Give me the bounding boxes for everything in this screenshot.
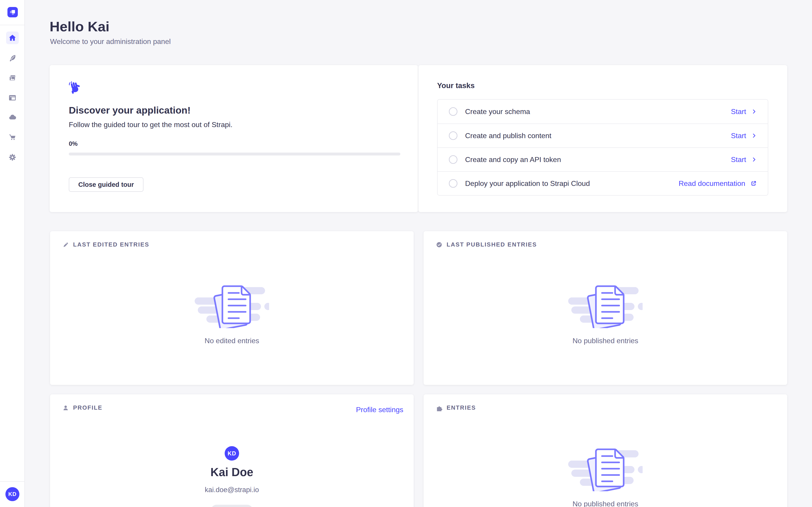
progress-bar <box>69 153 400 156</box>
strapi-admin-homepage: KD Hello Kai Welcome to your administrat… <box>0 0 812 507</box>
progress-percentage: 0% <box>69 140 78 147</box>
guided-tour-card: Discover your application! Follow the gu… <box>50 65 418 212</box>
task-start-link[interactable]: Start <box>731 108 757 116</box>
chevron-right-icon <box>751 109 757 114</box>
task-action-label: Start <box>731 108 746 116</box>
sidebar-item-content-manager[interactable] <box>6 52 19 64</box>
last-published-entries-card: LAST PUBLISHED ENTRIES No published entr… <box>423 231 787 385</box>
page-subtitle: Welcome to your administration panel <box>50 38 171 46</box>
task-status-circle <box>449 131 457 140</box>
task-start-link[interactable]: Start <box>731 131 757 140</box>
pencil-icon <box>62 241 69 248</box>
task-label: Deploy your application to Strapi Cloud <box>465 179 590 188</box>
widget-header-label: LAST PUBLISHED ENTRIES <box>447 241 537 248</box>
empty-documents-illustration <box>195 283 269 328</box>
widget-header: PROFILE <box>62 404 102 411</box>
task-action-label: Start <box>731 156 746 164</box>
feather-content-icon <box>8 54 16 62</box>
chevron-right-icon <box>751 133 757 138</box>
read-documentation-link[interactable]: Read documentation <box>679 179 757 188</box>
task-row-api-token: Create and copy an API token Start <box>438 147 768 171</box>
profile-avatar: KD <box>225 446 239 461</box>
your-tasks-card: Your tasks Create your schema Start Crea… <box>418 65 787 212</box>
sidebar-user-avatar[interactable]: KD <box>5 487 19 501</box>
home-icon <box>8 34 16 42</box>
sidebar-item-settings[interactable] <box>6 151 19 164</box>
marketplace-cart-icon <box>8 133 16 141</box>
empty-documents-illustration <box>568 283 643 328</box>
settings-gear-icon <box>8 153 16 161</box>
task-row-deploy-cloud: Deploy your application to Strapi Cloud … <box>438 171 768 195</box>
empty-state-text: No published entries <box>423 337 787 345</box>
task-label: Create and publish content <box>465 131 551 140</box>
check-circle-icon <box>436 241 443 248</box>
profile-settings-link[interactable]: Profile settings <box>356 406 403 414</box>
widget-header: LAST EDITED ENTRIES <box>62 241 149 248</box>
sidebar-item-cloud[interactable] <box>6 111 19 124</box>
sidebar-item-media-library[interactable] <box>6 72 19 84</box>
waving-hand-icon <box>68 81 82 95</box>
sidebar-item-marketplace[interactable] <box>6 131 19 144</box>
profile-card: PROFILE Profile settings KD Kai Doe kai.… <box>50 394 414 507</box>
task-label: Create and copy an API token <box>465 156 561 164</box>
cloud-icon <box>8 113 17 122</box>
widget-header: LAST PUBLISHED ENTRIES <box>436 241 537 248</box>
widget-header-label: PROFILE <box>73 404 102 411</box>
page-title: Hello Kai <box>50 18 109 35</box>
entries-card: ENTRIES No published entries <box>423 394 787 507</box>
sidebar-bottom-divider <box>0 481 25 482</box>
task-row-create-schema: Create your schema Start <box>438 100 768 123</box>
media-library-icon <box>8 74 16 82</box>
last-edited-entries-card: LAST EDITED ENTRIES No edited entries <box>50 231 414 385</box>
task-row-publish-content: Create and publish content Start <box>438 123 768 147</box>
task-list: Create your schema Start Create and publ… <box>437 99 768 195</box>
guided-tour-subtitle: Follow the guided tour to get the most o… <box>69 121 233 129</box>
chevron-right-icon <box>751 157 757 163</box>
widget-header: ENTRIES <box>436 404 476 411</box>
task-status-circle <box>449 107 457 116</box>
puzzle-icon <box>436 404 443 411</box>
empty-state-text: No edited entries <box>50 337 414 345</box>
profile-role-badge <box>211 505 253 507</box>
widget-header-label: ENTRIES <box>447 404 476 411</box>
person-icon <box>62 404 69 411</box>
task-action-label: Read documentation <box>679 179 745 188</box>
widget-header-label: LAST EDITED ENTRIES <box>73 241 149 248</box>
sidebar-divider <box>0 25 25 25</box>
tasks-title: Your tasks <box>437 81 474 90</box>
sidebar-item-home[interactable] <box>6 32 19 44</box>
task-status-circle <box>449 179 457 188</box>
strapi-logo[interactable] <box>7 7 18 17</box>
task-action-label: Start <box>731 131 746 140</box>
content-type-builder-icon <box>8 94 16 102</box>
profile-name: Kai Doe <box>50 465 414 479</box>
sidebar: KD <box>0 0 25 507</box>
guided-tour-title: Discover your application! <box>69 105 191 116</box>
profile-email: kai.doe@strapi.io <box>50 486 414 494</box>
close-guided-tour-button[interactable]: Close guided tour <box>69 177 144 192</box>
sidebar-item-content-type-builder[interactable] <box>6 92 19 104</box>
empty-documents-illustration <box>568 447 643 491</box>
empty-state-text: No published entries <box>423 500 787 507</box>
strapi-logo-icon <box>7 7 18 17</box>
task-start-link[interactable]: Start <box>731 156 757 164</box>
task-status-circle <box>449 155 457 164</box>
task-label: Create your schema <box>465 108 530 116</box>
external-link-icon <box>750 180 757 187</box>
